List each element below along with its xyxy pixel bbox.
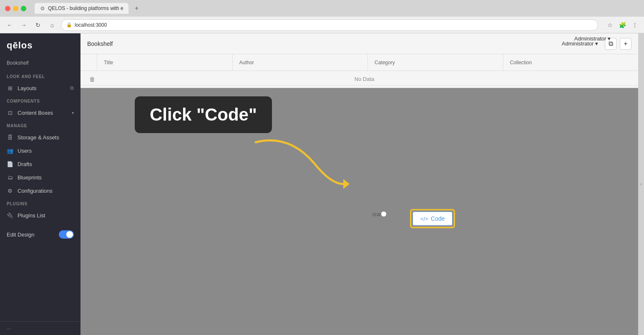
extensions-icon[interactable]: 🧩 (617, 20, 627, 30)
wizard-radio (381, 211, 387, 217)
home-button[interactable]: ⌂ (47, 20, 58, 30)
logo-text: qēlos (7, 40, 74, 51)
settings-icon: ⚙ (7, 187, 13, 194)
table-body: 🗑 No Data (80, 71, 638, 88)
section-manage: MANAGE (0, 119, 80, 131)
address-bar[interactable]: 🔒 localhost:3000 (61, 19, 598, 31)
reload-button[interactable]: ↻ (33, 20, 43, 30)
sidebar-item-layouts[interactable]: ⊞ Layouts ⧉ (0, 81, 80, 95)
menu-icon[interactable]: ⋮ (630, 20, 640, 30)
layers-icon: 🗂 (7, 174, 13, 181)
puzzle-icon: 🔌 (7, 212, 13, 219)
sidebar-content-boxes-label: Content Boxes (18, 110, 68, 116)
toggle-knob (66, 231, 73, 238)
code-label: Code (431, 215, 445, 222)
grid-icon: ⊞ (7, 85, 13, 91)
browser-titlebar: ⊙ QELOS - building platforms with e + (0, 0, 644, 17)
th-category: Category (368, 54, 503, 71)
sidebar-blueprints-label: Blueprints (18, 174, 74, 181)
sidebar-nav: Bookshelf LOOK AND FEEL ⊞ Layouts ⧉ COMP… (0, 58, 80, 321)
sidebar-item-blueprints[interactable]: 🗂 Blueprints (0, 171, 80, 184)
tab-title: QELOS - building platforms with e (48, 5, 123, 11)
sidebar-plugins-label: Plugins List (18, 212, 74, 219)
delete-icon[interactable]: 🗑 (87, 76, 97, 83)
table-header: Title Author Category Collection (80, 54, 638, 71)
forward-button[interactable]: → (18, 20, 29, 30)
sidebar-logo: qēlos (0, 33, 80, 58)
arrow-indicator (247, 130, 356, 198)
app-container: qēlos Bookshelf LOOK AND FEEL ⊞ Layouts … (0, 33, 644, 335)
toolbar-right: ☆ 🧩 ⋮ (605, 20, 640, 30)
th-title: Title (97, 54, 233, 71)
sidebar-item-drafts[interactable]: 📄 Drafts (0, 157, 80, 171)
create-new-button[interactable]: + (620, 38, 631, 50)
browser-chrome: ⊙ QELOS - building platforms with e + ← … (0, 0, 644, 33)
svg-marker-0 (343, 179, 350, 189)
page-title: Bookshelf (87, 40, 557, 47)
breadcrumb: Bookshelf (0, 58, 80, 70)
code-icon: </> (420, 216, 428, 222)
main-content: Bookshelf Administrator ▾ ⧉ + Title (80, 33, 638, 335)
sidebar-configurations-label: Configurations (18, 188, 74, 194)
code-btn-border: </> Code (410, 209, 455, 228)
maximize-button[interactable] (21, 6, 26, 11)
back-button[interactable]: ← (4, 20, 15, 30)
users-icon: 👥 (7, 147, 13, 154)
th-collection: Collection (503, 54, 639, 71)
main-header: Bookshelf Administrator ▾ ⧉ + (80, 33, 638, 54)
sidebar-bottom: — (0, 321, 80, 335)
tutorial-tooltip: Click "Code" (135, 96, 272, 133)
database-icon: 🗄 (7, 134, 13, 141)
curved-arrow-svg (247, 130, 356, 196)
browser-tab[interactable]: ⊙ QELOS - building platforms with e (35, 3, 128, 14)
url-text: localhost:3000 (75, 22, 107, 28)
minimize-button[interactable] (13, 6, 18, 11)
sidebar-item-users[interactable]: 👥 Users (0, 144, 80, 157)
table-container: Title Author Category Collection 🗑 No Da… (80, 54, 638, 88)
sidebar: qēlos Bookshelf LOOK AND FEEL ⊞ Layouts … (0, 33, 80, 335)
th-checkbox (80, 54, 97, 71)
edit-design-label: Edit Design (7, 232, 34, 238)
right-sidebar-toggle[interactable]: › (638, 33, 644, 335)
box-icon: ⊡ (7, 109, 13, 116)
tab-icon: ⊙ (40, 5, 45, 11)
edit-design-toggle-row: Edit Design (0, 227, 80, 242)
th-author: Author (233, 54, 368, 71)
tooltip-text: Click "Code" (150, 105, 257, 124)
sidebar-users-label: Users (18, 148, 74, 154)
close-button[interactable] (5, 6, 10, 11)
section-look-and-feel: LOOK AND FEEL (0, 70, 80, 81)
sidebar-user: — (7, 326, 74, 331)
star-icon[interactable]: ☆ (605, 20, 615, 30)
traffic-lights (5, 6, 26, 11)
sidebar-item-plugins-list[interactable]: 🔌 Plugins List (0, 209, 80, 222)
no-data-text: No Data (97, 76, 631, 82)
new-tab-button[interactable]: + (132, 3, 142, 13)
chevron-down-icon: ▾ (72, 111, 74, 115)
code-button[interactable]: </> Code (413, 212, 453, 226)
lock-icon: 🔒 (66, 22, 72, 28)
code-button-highlight: </> Code (410, 209, 455, 228)
plus-icon: + (624, 40, 627, 48)
edit-design-toggle[interactable] (59, 230, 74, 239)
layouts-action-icon[interactable]: ⧉ (70, 85, 74, 91)
section-components: COMPONENTS (0, 95, 80, 106)
sidebar-drafts-label: Drafts (18, 161, 74, 167)
sidebar-storage-label: Storage & Assets (18, 134, 74, 141)
chevron-left-icon: › (640, 182, 641, 186)
sidebar-item-content-boxes[interactable]: ⊡ Content Boxes ▾ (0, 106, 80, 119)
sidebar-item-storage[interactable]: 🗄 Storage & Assets (0, 131, 80, 144)
admin-dropdown-fixed[interactable]: Administrator ▾ (574, 35, 611, 42)
sidebar-layouts-label: Layouts (18, 85, 66, 91)
section-plugins: PLUGINS (0, 197, 80, 209)
content-area: Click "Code" </> Code izard (80, 88, 638, 335)
file-icon: 📄 (7, 161, 13, 167)
sidebar-item-configurations[interactable]: ⚙ Configurations (0, 184, 80, 197)
browser-toolbar: ← → ↻ ⌂ 🔒 localhost:3000 ☆ 🧩 ⋮ (0, 17, 644, 33)
radio-button[interactable] (381, 211, 387, 217)
